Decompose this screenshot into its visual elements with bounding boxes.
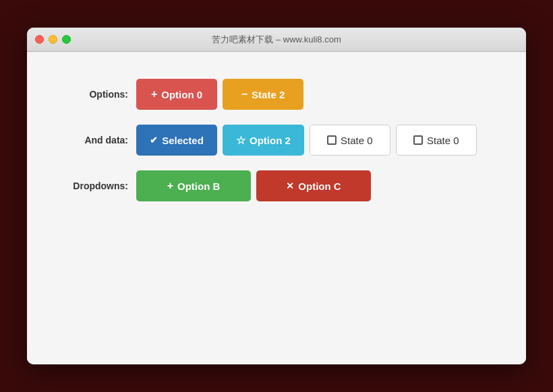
app-window: 苦力吧素材下载 – www.kuli8.com Options: Option … [27,28,526,364]
options-label: Options: [61,89,128,100]
state0a-label: State 0 [341,135,373,146]
option2-button[interactable]: Option 2 [223,125,304,156]
plus-icon [151,88,157,100]
anddata-label: And data: [61,135,128,145]
maximize-button[interactable] [62,35,71,44]
x-icon [286,180,294,192]
square-icon-a [327,135,337,145]
optionB-label: Option B [177,181,220,192]
state0b-label: State 0 [427,135,459,146]
state0b-button[interactable]: State 0 [396,125,477,156]
dropdowns-row: Dropdowns: Option B Option C [61,170,492,201]
minimize-button[interactable] [49,35,57,44]
options-row: Options: Option 0 State 2 [61,79,492,110]
optionB-button[interactable]: Option B [136,170,251,201]
selected-label: Selected [162,135,204,146]
selected-button[interactable]: Selected [136,125,217,156]
minus-icon [241,88,248,100]
option0-label: Option 0 [161,89,202,100]
traffic-lights [35,35,71,44]
option2-label: Option 2 [250,135,291,146]
option0-button[interactable]: Option 0 [136,79,217,110]
optionC-label: Option C [298,181,341,192]
optionC-button[interactable]: Option C [256,170,371,201]
dropdowns-label: Dropdowns: [61,181,128,191]
star-icon [236,134,245,147]
window-content: Options: Option 0 State 2 And data: Sele… [27,52,526,364]
check-icon [150,134,158,146]
plus-icon-b [167,180,173,192]
square-icon-b [413,135,423,145]
window-title: 苦力吧素材下载 – www.kuli8.com [212,34,341,46]
state0a-button[interactable]: State 0 [310,125,390,156]
state2-label: State 2 [252,89,285,100]
close-button[interactable] [35,35,44,44]
anddata-row: And data: Selected Option 2 State 0 Stat… [61,125,492,156]
state2-button[interactable]: State 2 [223,79,303,110]
titlebar: 苦力吧素材下载 – www.kuli8.com [27,28,526,52]
